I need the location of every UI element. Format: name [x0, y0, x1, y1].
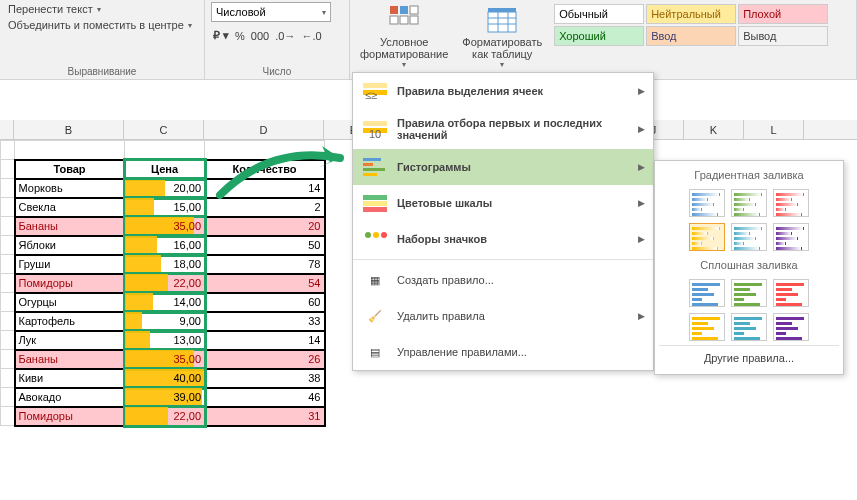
number-format-select[interactable]: Числовой ▾ [211, 2, 331, 22]
cell-qty[interactable]: 60 [205, 293, 325, 312]
cell-qty[interactable]: 38 [205, 369, 325, 388]
cell-name[interactable]: Помидоры [15, 274, 125, 293]
col-header-D[interactable]: D [204, 120, 324, 139]
menu-label: Гистограммы [397, 161, 471, 173]
menu-top-bottom-rules[interactable]: 10 Правила отбора первых и последних зна… [353, 109, 653, 149]
cell-name[interactable]: Груши [15, 255, 125, 274]
comma-button[interactable]: 000 [249, 29, 271, 43]
table-row: Свекла15,002 [1, 198, 325, 217]
format-as-table-label: Форматировать как таблицу [462, 36, 542, 60]
header-name: Товар [15, 160, 125, 179]
data-bar-swatch[interactable] [773, 313, 809, 341]
cell-qty[interactable]: 50 [205, 236, 325, 255]
new-rule-icon: ▦ [363, 270, 387, 290]
data-bar-swatch[interactable] [773, 189, 809, 217]
cell-qty[interactable]: 14 [205, 179, 325, 198]
cell-name[interactable]: Лук [15, 331, 125, 350]
data-bar-swatch[interactable] [689, 223, 725, 251]
decrease-decimal-button[interactable]: ←.0 [299, 29, 323, 43]
cell-price[interactable]: 15,00 [125, 198, 205, 217]
cell-price[interactable]: 22,00 [125, 407, 205, 426]
svg-rect-7 [488, 12, 516, 32]
data-bar-swatch[interactable] [731, 223, 767, 251]
data-bar-swatch[interactable] [773, 279, 809, 307]
conditional-formatting-button[interactable]: Условное форматирование ▾ [356, 2, 452, 77]
cell-name[interactable]: Авокадо [15, 388, 125, 407]
cell-name[interactable]: Бананы [15, 350, 125, 369]
style-input[interactable]: Ввод [646, 26, 736, 46]
cell-name[interactable]: Бананы [15, 217, 125, 236]
data-bar-swatch[interactable] [773, 223, 809, 251]
cell-qty[interactable]: 54 [205, 274, 325, 293]
cell-price[interactable]: 18,00 [125, 255, 205, 274]
cell-qty[interactable]: 2 [205, 198, 325, 217]
cell-name[interactable]: Свекла [15, 198, 125, 217]
wrap-text-label: Перенести текст [8, 3, 93, 15]
cell-price[interactable]: 22,00 [125, 274, 205, 293]
menu-color-scales[interactable]: Цветовые шкалы ▶ [353, 185, 653, 221]
cell-price[interactable]: 40,00 [125, 369, 205, 388]
col-header-B[interactable]: B [14, 120, 124, 139]
menu-highlight-rules[interactable]: ≤≥ Правила выделения ячеек ▶ [353, 73, 653, 109]
cell-name[interactable]: Яблоки [15, 236, 125, 255]
col-header-L[interactable]: L [744, 120, 804, 139]
menu-new-rule[interactable]: ▦ Создать правило... [353, 262, 653, 298]
menu-manage-rules[interactable]: ▤ Управление правилами... [353, 334, 653, 370]
style-good[interactable]: Хороший [554, 26, 644, 46]
data-bar-swatch[interactable] [689, 189, 725, 217]
percent-button[interactable]: % [233, 29, 247, 43]
cell-qty[interactable]: 31 [205, 407, 325, 426]
svg-text:10: 10 [369, 128, 381, 139]
currency-button[interactable]: ₽ ▾ [211, 28, 231, 43]
cell-styles-gallery[interactable]: Обычный Нейтральный Плохой Хороший Ввод … [552, 2, 830, 77]
wrap-text-button[interactable]: Перенести текст ▾ [6, 2, 198, 16]
color-scales-icon [363, 193, 387, 213]
cell-qty[interactable]: 20 [205, 217, 325, 236]
data-bar-swatch[interactable] [731, 189, 767, 217]
data-bar-swatch[interactable] [731, 279, 767, 307]
cell-qty[interactable]: 26 [205, 350, 325, 369]
cell-name[interactable]: Огурцы [15, 293, 125, 312]
increase-decimal-button[interactable]: .0→ [273, 29, 297, 43]
arrow-right-icon: ▶ [638, 234, 645, 244]
col-header-K[interactable]: K [684, 120, 744, 139]
cell-name[interactable]: Помидоры [15, 407, 125, 426]
format-as-table-button[interactable]: Форматировать как таблицу ▾ [458, 2, 546, 77]
col-header-C[interactable]: C [124, 120, 204, 139]
cell-price[interactable]: 20,00 [125, 179, 205, 198]
data-bar-swatch[interactable] [689, 279, 725, 307]
solid-fill-label: Сплошная заливка [659, 255, 839, 275]
table-row: Груши18,0078 [1, 255, 325, 274]
more-rules-button[interactable]: Другие правила... [659, 345, 839, 370]
cell-price[interactable]: 13,00 [125, 331, 205, 350]
data-bar-swatch[interactable] [731, 313, 767, 341]
merge-center-button[interactable]: Объединить и поместить в центре ▾ [6, 18, 198, 32]
style-normal[interactable]: Обычный [554, 4, 644, 24]
svg-rect-18 [363, 158, 381, 161]
cell-price[interactable]: 39,00 [125, 388, 205, 407]
cell-price[interactable]: 35,00 [125, 217, 205, 236]
table-row: Лук13,0014 [1, 331, 325, 350]
cell-name[interactable]: Киви [15, 369, 125, 388]
cell-price[interactable]: 9,00 [125, 312, 205, 331]
cell-qty[interactable]: 78 [205, 255, 325, 274]
cell-name[interactable]: Картофель [15, 312, 125, 331]
cell-price[interactable]: 35,00 [125, 350, 205, 369]
style-bad[interactable]: Плохой [738, 4, 828, 24]
menu-icon-sets[interactable]: Наборы значков ▶ [353, 221, 653, 257]
style-neutral[interactable]: Нейтральный [646, 4, 736, 24]
menu-label: Правила выделения ячеек [397, 85, 543, 97]
worksheet[interactable]: ТоварЦенаКоличествоМорковь20,0014Свекла1… [0, 140, 326, 427]
style-output[interactable]: Вывод [738, 26, 828, 46]
cell-price[interactable]: 14,00 [125, 293, 205, 312]
data-bar-swatch[interactable] [689, 313, 725, 341]
manage-rules-icon: ▤ [363, 342, 387, 362]
menu-clear-rules[interactable]: 🧹 Удалить правила ▶ [353, 298, 653, 334]
cell-qty[interactable]: 46 [205, 388, 325, 407]
cell-name[interactable]: Морковь [15, 179, 125, 198]
cell-price[interactable]: 16,00 [125, 236, 205, 255]
cell-qty[interactable]: 14 [205, 331, 325, 350]
menu-data-bars[interactable]: Гистограммы ▶ [353, 149, 653, 185]
cell-qty[interactable]: 33 [205, 312, 325, 331]
table-row: Картофель9,0033 [1, 312, 325, 331]
